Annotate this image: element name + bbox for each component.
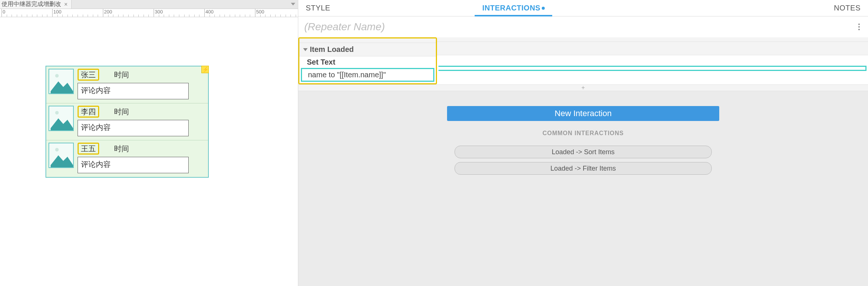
ruler-tick: 300 xyxy=(154,9,163,17)
inspector-panel: STYLE INTERACTIONS NOTES Item Loaded Set… xyxy=(298,0,868,286)
ruler-tick: 400 xyxy=(204,9,214,17)
plus-icon: + xyxy=(581,84,585,91)
widget-name-row xyxy=(298,16,868,37)
page-tab-title: 使用中继器完成增删改 xyxy=(1,0,61,8)
svg-point-4 xyxy=(55,111,59,114)
event-name: Item Loaded xyxy=(310,45,354,54)
ruler-horizontal: 0100200300400500 xyxy=(0,9,298,17)
interactions-block: Item Loaded Set Text name to "[[Item.nam… xyxy=(298,37,868,84)
tab-style[interactable]: STYLE xyxy=(298,0,338,16)
svg-point-7 xyxy=(55,148,59,151)
repeater-row[interactable]: 李四 时间 评论内容 xyxy=(46,103,208,140)
repeater-widget[interactable]: ⚡ 张三 时间 评论内容 李四 时间 评论内容 xyxy=(45,66,209,178)
changes-dot-icon xyxy=(542,7,545,10)
action-detail[interactable]: name to "[[Item.name]]" xyxy=(301,68,434,82)
new-interaction-button[interactable]: New Interaction xyxy=(447,106,719,121)
row-content[interactable]: 评论内容 xyxy=(78,157,189,173)
action-name[interactable]: Set Text xyxy=(299,56,436,68)
close-icon[interactable]: × xyxy=(63,1,68,8)
row-time[interactable]: 时间 xyxy=(114,70,129,80)
canvas[interactable]: ⚡ 张三 时间 评论内容 李四 时间 评论内容 xyxy=(0,17,298,286)
row-time[interactable]: 时间 xyxy=(114,144,129,154)
row-name[interactable]: 李四 xyxy=(78,106,99,118)
loaded-filter-button[interactable]: Loaded -> Filter Items xyxy=(455,162,712,175)
widget-name-input[interactable] xyxy=(304,21,856,33)
loaded-sort-button[interactable]: Loaded -> Sort Items xyxy=(455,146,712,158)
image-placeholder-icon[interactable] xyxy=(48,143,74,168)
common-interactions-label: COMMON INTERACTIONS xyxy=(542,130,624,137)
row-body: 张三 时间 评论内容 xyxy=(78,69,204,99)
event-spacer-r xyxy=(437,37,868,42)
ruler-tick: 200 xyxy=(103,9,112,17)
row-content[interactable]: 评论内容 xyxy=(78,120,189,136)
kebab-icon[interactable] xyxy=(856,21,862,32)
event-header[interactable]: Item Loaded xyxy=(299,43,436,56)
interactions-lower: New Interaction COMMON INTERACTIONS Load… xyxy=(298,91,868,286)
row-content[interactable]: 评论内容 xyxy=(78,83,189,99)
image-placeholder-icon[interactable] xyxy=(48,69,74,94)
tabbar-dropdown-icon[interactable] xyxy=(290,1,296,7)
page-tabbar: 使用中继器完成增删改 × xyxy=(0,0,298,9)
event-header-ext[interactable] xyxy=(437,42,868,55)
event-spacer xyxy=(299,38,436,43)
ruler-tick: 100 xyxy=(52,9,62,17)
interaction-highlight: Item Loaded Set Text name to "[[Item.nam… xyxy=(298,37,437,84)
repeater-row[interactable]: 张三 时间 评论内容 xyxy=(46,66,208,103)
tab-notes[interactable]: NOTES xyxy=(827,0,868,16)
image-placeholder-icon[interactable] xyxy=(48,106,74,131)
svg-point-1 xyxy=(55,74,59,77)
collapse-icon[interactable] xyxy=(303,48,308,51)
row-body: 王五 时间 评论内容 xyxy=(78,143,204,173)
ruler-tick: 500 xyxy=(255,9,264,17)
row-time[interactable]: 时间 xyxy=(114,107,129,117)
ruler-tick: 0 xyxy=(1,9,5,17)
lightning-icon: ⚡ xyxy=(201,66,209,73)
action-ext xyxy=(437,55,868,66)
canvas-area: 使用中继器完成增删改 × 0100200300400500 ⚡ 张三 时间 评论… xyxy=(0,0,298,286)
add-interaction-row[interactable]: + xyxy=(298,84,868,91)
inspector-tabs: STYLE INTERACTIONS NOTES xyxy=(298,0,868,16)
tab-interactions[interactable]: INTERACTIONS xyxy=(475,0,552,16)
page-tab[interactable]: 使用中继器完成增删改 × xyxy=(0,0,72,9)
action-detail-ext[interactable] xyxy=(438,66,867,71)
row-name[interactable]: 张三 xyxy=(78,69,99,81)
repeater-row[interactable]: 王五 时间 评论内容 xyxy=(46,140,208,177)
row-name[interactable]: 王五 xyxy=(78,143,99,155)
row-body: 李四 时间 评论内容 xyxy=(78,106,204,136)
